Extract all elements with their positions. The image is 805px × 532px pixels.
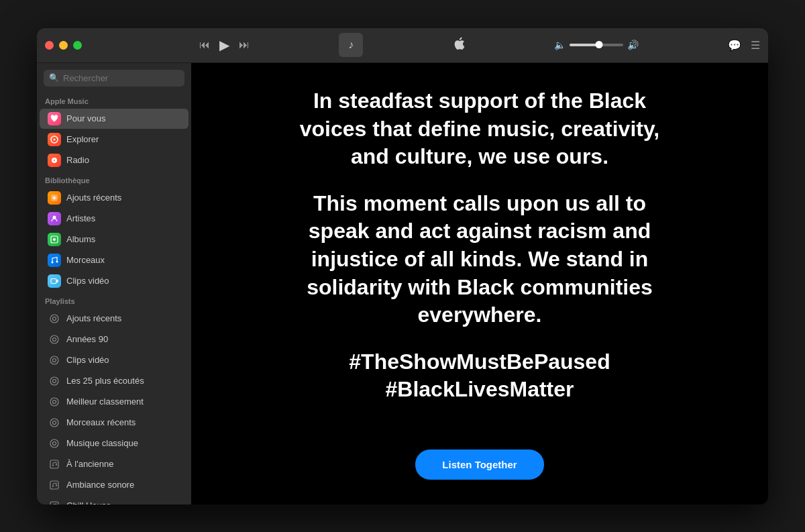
albums-icon	[48, 233, 61, 246]
svg-point-18	[53, 400, 56, 403]
section-playlists: Playlists Ajouts récents Années 90	[37, 292, 191, 504]
svg-point-7	[56, 260, 58, 262]
label-pour-vous: Pour vous	[66, 113, 106, 123]
label-ambiance-sonore: Ambiance sonore	[66, 480, 134, 490]
label-explorer: Explorer	[66, 134, 99, 144]
svg-point-5	[53, 238, 56, 241]
paragraph-2: This moment calls upon us all to speak a…	[292, 190, 667, 329]
explore-icon	[48, 133, 61, 146]
sidebar-item-pl-clips-video[interactable]: Clips vidéo	[40, 350, 189, 370]
music-note-button[interactable]: ♪	[339, 33, 363, 57]
search-input[interactable]	[63, 73, 179, 83]
svg-point-9	[50, 315, 58, 323]
svg-point-24	[52, 465, 54, 466]
playback-controls: ⏮ ▶ ⏭	[199, 37, 250, 53]
label-musique-classique: Musique classique	[66, 438, 138, 448]
label-annees-90: Années 90	[66, 334, 108, 344]
maximize-button[interactable]	[73, 41, 82, 50]
playlist-music-icon	[48, 458, 61, 471]
playlist-music-icon	[48, 478, 61, 492]
play-button[interactable]: ▶	[219, 37, 229, 53]
svg-rect-26	[50, 481, 58, 489]
label-radio: Radio	[66, 155, 89, 165]
app-window: ⏮ ▶ ⏭ ♪ 🔈 🔊 💬 ☰	[37, 28, 768, 504]
sidebar-item-radio[interactable]: Radio	[40, 150, 189, 170]
svg-point-16	[53, 379, 56, 382]
volume-high-icon: 🔊	[627, 40, 639, 50]
sidebar-item-a-lancienne[interactable]: À l'ancienne	[40, 454, 189, 474]
playlist-icon	[48, 333, 61, 346]
svg-point-22	[53, 441, 56, 445]
playlist-icon	[48, 354, 61, 367]
forward-button[interactable]: ⏭	[239, 39, 250, 51]
listen-together-button[interactable]: Listen Together	[415, 449, 543, 480]
sidebar-item-ajouts-recents[interactable]: Ajouts récents	[40, 188, 189, 208]
songs-icon	[48, 254, 61, 267]
close-button[interactable]	[45, 41, 54, 50]
playlist-icon	[48, 395, 61, 409]
section-bibliotheque: Bibliothèque Ajouts récents Artistes	[37, 171, 191, 292]
traffic-lights	[45, 41, 199, 50]
sidebar-item-musique-classique[interactable]: Musique classique	[40, 433, 189, 454]
label-ajouts-recents: Ajouts récents	[66, 193, 121, 203]
svg-rect-8	[51, 278, 56, 283]
recent-add-icon	[48, 191, 61, 205]
list-view-button[interactable]: ☰	[751, 39, 760, 52]
svg-point-20	[53, 421, 56, 424]
sidebar-item-morceaux[interactable]: Morceaux	[40, 250, 189, 270]
music-note-icon: ♪	[348, 39, 354, 51]
minimize-button[interactable]	[59, 41, 68, 50]
volume-controls: 🔈 🔊	[554, 40, 639, 50]
artists-icon	[48, 212, 61, 225]
label-meilleur-classement: Meilleur classement	[66, 396, 144, 407]
section-label-apple-music: Apple Music	[37, 92, 191, 108]
svg-point-10	[53, 317, 56, 320]
svg-point-27	[52, 486, 54, 487]
rewind-button[interactable]: ⏮	[199, 39, 210, 51]
svg-point-15	[50, 377, 58, 385]
search-icon: 🔍	[49, 73, 59, 83]
svg-point-21	[50, 439, 58, 447]
label-pl-ajouts-recents: Ajouts récents	[66, 313, 121, 323]
svg-point-11	[50, 335, 58, 343]
playlist-icon	[48, 416, 61, 429]
playlist-music-icon	[48, 499, 61, 504]
sidebar-item-morceaux-recents[interactable]: Morceaux récents	[40, 413, 189, 433]
main-text-block: In steadfast support of the Black voices…	[292, 87, 667, 423]
label-artistes: Artistes	[66, 213, 95, 223]
sidebar-item-annees-90[interactable]: Années 90	[40, 329, 189, 350]
label-clips-video: Clips vidéo	[66, 276, 109, 286]
lyrics-button[interactable]: 💬	[728, 39, 741, 52]
titlebar-controls: ⏮ ▶ ⏭ ♪ 🔈 🔊 💬 ☰	[199, 33, 760, 57]
section-label-bibliotheque: Bibliothèque	[37, 171, 191, 187]
titlebar: ⏮ ▶ ⏭ ♪ 🔈 🔊 💬 ☰	[37, 28, 768, 63]
sidebar-item-pl-ajouts-recents[interactable]: Ajouts récents	[40, 309, 189, 329]
sidebar-item-clips-video[interactable]: Clips vidéo	[40, 271, 189, 291]
svg-point-19	[50, 419, 58, 427]
sidebar-item-albums[interactable]: Albums	[40, 229, 189, 250]
sidebar-item-artistes[interactable]: Artistes	[40, 209, 189, 229]
sidebar-item-les-25-plus[interactable]: Les 25 plus écoutés	[40, 371, 189, 391]
svg-point-12	[53, 337, 56, 341]
sidebar-item-explorer[interactable]: Explorer	[40, 129, 189, 150]
sidebar-item-pour-vous[interactable]: Pour vous	[40, 109, 189, 129]
svg-point-17	[50, 398, 58, 406]
volume-slider[interactable]	[570, 44, 623, 46]
sidebar-item-meilleur-classement[interactable]: Meilleur classement	[40, 392, 189, 412]
video-icon	[48, 274, 61, 288]
label-a-lancienne: À l'ancienne	[66, 459, 113, 469]
playlist-icon	[48, 374, 61, 388]
search-bar[interactable]: 🔍	[44, 70, 184, 87]
volume-knob	[595, 41, 602, 48]
volume-fill	[570, 44, 599, 46]
paragraph-1: In steadfast support of the Black voices…	[292, 87, 667, 171]
sidebar-item-chill-house[interactable]: Chill House	[40, 496, 189, 504]
apple-logo	[453, 36, 465, 54]
svg-point-28	[56, 485, 57, 486]
label-chill-house: Chill House	[66, 500, 111, 504]
svg-point-6	[52, 261, 54, 263]
hashtags: #TheShowMustBePaused#BlackLivesMatter	[292, 348, 667, 404]
label-albums: Albums	[66, 234, 95, 244]
volume-low-icon: 🔈	[554, 40, 566, 50]
sidebar-item-ambiance-sonore[interactable]: Ambiance sonore	[40, 475, 189, 495]
